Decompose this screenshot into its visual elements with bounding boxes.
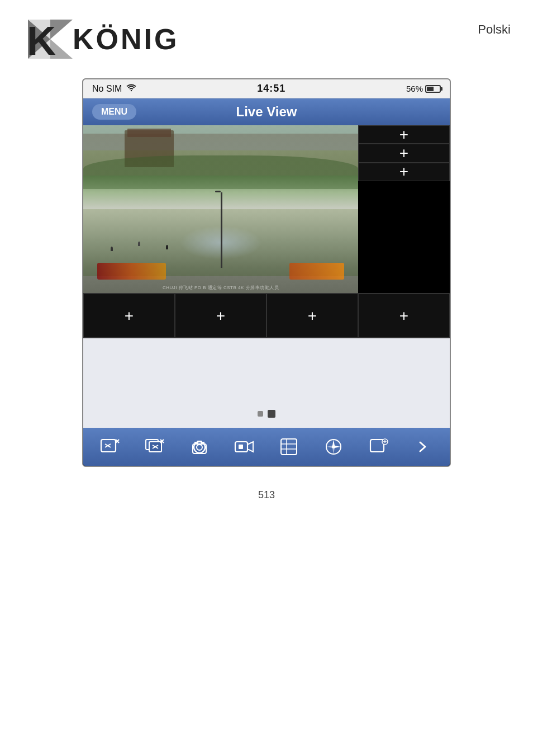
side-cell-1[interactable]: + (358, 125, 450, 144)
info-area (83, 338, 450, 428)
nav-title: Live View (236, 104, 297, 120)
phone-frame: No SIM 14:51 56% MENU Live View (82, 78, 451, 467)
add-camera-3-icon: + (399, 164, 408, 179)
camera-grid: CHUJI 停飞站 PO B 通定等 CSTB 4K 分辨率功勤人员 + + + (83, 125, 450, 294)
camera-overlay-text: CHUJI 停飞站 PO B 通定等 CSTB 4K 分辨率功勤人员 (163, 285, 279, 291)
svg-point-32 (332, 445, 335, 448)
side-cells: + + + (358, 125, 450, 181)
add-camera-bottom-4-icon: + (399, 308, 408, 324)
svg-rect-22 (239, 445, 243, 449)
svg-text:K: K (27, 18, 56, 62)
more-button[interactable] (411, 434, 435, 459)
status-right: 56% (406, 84, 441, 93)
battery-pct-label: 56% (406, 84, 423, 93)
add-camera-2-icon: + (399, 145, 408, 161)
status-bar: No SIM 14:51 56% (83, 79, 450, 98)
bottom-cell-1[interactable]: + (83, 294, 175, 338)
bottom-toolbar (83, 428, 450, 466)
language-label: Polski (478, 17, 511, 37)
add-camera-1-icon: + (399, 127, 408, 143)
delete-single-button[interactable] (98, 434, 122, 459)
side-cell-3[interactable]: + (358, 163, 450, 181)
konig-logo-k: K (22, 17, 73, 62)
logo-area: K KÖNIG (22, 17, 179, 62)
camera-scene: CHUJI 停飞站 PO B 通定等 CSTB 4K 分辨率功勤人员 (83, 125, 358, 293)
page-number: 513 (258, 489, 275, 500)
info-dots (258, 410, 275, 418)
record-button[interactable] (232, 434, 256, 459)
svg-marker-21 (248, 442, 253, 452)
alarm-button[interactable] (366, 434, 391, 459)
svg-point-17 (197, 445, 202, 450)
add-camera-bottom-3-icon: + (308, 308, 317, 324)
settings-button[interactable] (321, 434, 346, 459)
dot-large (268, 410, 275, 418)
svg-rect-23 (281, 439, 297, 455)
nav-bar: MENU Live View (83, 98, 450, 125)
status-left: No SIM (92, 84, 136, 94)
bottom-cell-4[interactable]: + (358, 294, 450, 338)
wifi-icon (126, 84, 136, 94)
bottom-cell-3[interactable]: + (266, 294, 358, 338)
battery-icon (425, 85, 441, 93)
add-camera-bottom-1-icon: + (125, 308, 134, 324)
side-cell-2[interactable]: + (358, 144, 450, 162)
add-camera-bottom-2-icon: + (216, 308, 225, 324)
page-header: K KÖNIG Polski (0, 0, 533, 73)
bottom-cell-2[interactable]: + (175, 294, 266, 338)
menu-button[interactable]: MENU (92, 104, 136, 120)
dot-small (258, 411, 263, 417)
main-camera-view[interactable]: CHUJI 停飞站 PO B 通定等 CSTB 4K 分辨率功勤人员 (83, 125, 358, 293)
snapshot-button[interactable] (187, 434, 212, 459)
page-footer: 513 (0, 472, 533, 518)
delete-all-button[interactable] (142, 434, 167, 459)
bottom-cells-row: + + + + (83, 294, 450, 338)
no-sim-label: No SIM (92, 84, 122, 94)
channel-list-button[interactable] (277, 434, 301, 459)
konig-logo-text: KÖNIG (73, 22, 179, 56)
status-time: 14:51 (257, 83, 285, 94)
